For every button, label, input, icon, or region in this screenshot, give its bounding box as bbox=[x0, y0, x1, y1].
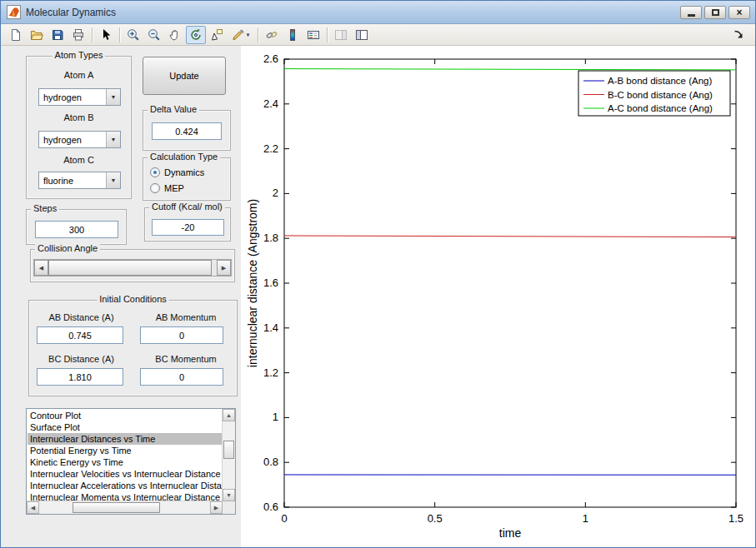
atom-types-group-title: Atom Types bbox=[53, 50, 106, 60]
open-file-icon[interactable] bbox=[27, 26, 47, 44]
steps-group-title: Steps bbox=[31, 203, 59, 213]
scroll-right-icon[interactable]: ▶ bbox=[210, 501, 223, 514]
slider-thumb[interactable] bbox=[48, 260, 212, 276]
list-item[interactable]: Internuclear Velocities vs Internuclear … bbox=[28, 468, 222, 480]
toolbar-separator bbox=[258, 27, 258, 42]
scroll-up-icon[interactable]: ▲ bbox=[223, 409, 235, 421]
steps-input[interactable] bbox=[35, 221, 118, 238]
plot-type-listbox[interactable]: Contour PlotSurface PlotInternuclear Dis… bbox=[26, 408, 236, 515]
ab-distance-label: AB Distance (A) bbox=[29, 312, 133, 322]
atom-c-dropdown[interactable]: fluorine ▼ bbox=[38, 172, 121, 189]
cutoff-input[interactable] bbox=[152, 219, 224, 236]
y-tick-label: 2.2 bbox=[263, 142, 278, 155]
delta-value-input[interactable] bbox=[152, 122, 222, 140]
window-title: Molecular Dynamics bbox=[26, 7, 116, 18]
list-item[interactable]: Internuclear Momenta vs Internuclear Dis… bbox=[28, 491, 222, 501]
y-tick-label: 2.6 bbox=[263, 52, 278, 65]
radio-mep-label: MEP bbox=[164, 183, 184, 193]
listbox-horizontal-scrollbar[interactable]: ◀ ▶ bbox=[27, 501, 223, 514]
plot-svg[interactable]: 00.511.50.60.811.21.41.61.822.22.42.6tim… bbox=[241, 46, 756, 548]
slider-right-arrow-icon[interactable]: ▶ bbox=[217, 260, 231, 276]
toolbar-separator bbox=[119, 27, 120, 42]
y-tick-label: 0.6 bbox=[263, 501, 278, 513]
insert-colorbar-icon[interactable] bbox=[283, 26, 303, 44]
minimize-button[interactable] bbox=[680, 6, 702, 19]
chevron-down-icon[interactable]: ▼ bbox=[106, 172, 120, 188]
insert-legend-icon[interactable] bbox=[303, 26, 323, 44]
save-figure-icon[interactable] bbox=[48, 26, 68, 44]
radio-dynamics[interactable]: Dynamics bbox=[150, 167, 204, 177]
axes-box[interactable] bbox=[284, 59, 736, 507]
radio-selected-icon bbox=[150, 167, 160, 177]
maximize-button[interactable] bbox=[704, 6, 726, 19]
y-tick-label: 2.4 bbox=[263, 97, 278, 110]
bc-distance-input[interactable] bbox=[37, 368, 123, 386]
chevron-down-icon[interactable]: ▼ bbox=[106, 89, 120, 105]
radio-unselected-icon bbox=[150, 183, 160, 193]
hide-plot-tools-icon[interactable] bbox=[331, 26, 351, 44]
chevron-down-icon[interactable]: ▼ bbox=[106, 132, 120, 147]
list-item[interactable]: Kinetic Energy vs Time bbox=[28, 456, 222, 468]
list-item[interactable]: Internuclear Distances vs Time bbox=[28, 433, 222, 445]
atom-a-value: hydrogen bbox=[43, 92, 82, 102]
y-tick-label: 1 bbox=[273, 411, 278, 423]
dock-figure-arrow-icon[interactable] bbox=[728, 26, 748, 44]
show-plot-tools-icon[interactable] bbox=[352, 26, 372, 44]
legend-entry-label: B-C bond distance (Ang) bbox=[608, 90, 713, 100]
atom-b-dropdown[interactable]: hydrogen ▼ bbox=[38, 131, 121, 148]
close-button[interactable]: × bbox=[728, 6, 750, 19]
brush-data-icon[interactable]: ▼ bbox=[228, 26, 254, 44]
edit-plot-pointer-icon[interactable] bbox=[96, 26, 116, 44]
steps-group: Steps bbox=[26, 209, 127, 245]
new-figure-icon[interactable] bbox=[6, 26, 26, 44]
list-item[interactable]: Contour Plot bbox=[28, 410, 222, 421]
update-button[interactable]: Update bbox=[143, 57, 226, 95]
x-tick-label: 1.5 bbox=[728, 512, 743, 525]
ab-distance-input[interactable] bbox=[37, 326, 123, 344]
y-tick-label: 1.6 bbox=[263, 276, 278, 289]
link-plot-icon[interactable] bbox=[262, 26, 282, 44]
x-axis-label: time bbox=[499, 526, 522, 540]
list-item[interactable]: Internuclear Accelerations vs Internucle… bbox=[28, 480, 222, 491]
matlab-figure-icon bbox=[7, 5, 21, 19]
legend-entry-label: A-B bond distance (Ang) bbox=[608, 76, 712, 86]
update-button-label: Update bbox=[169, 71, 198, 81]
print-figure-icon[interactable] bbox=[68, 26, 88, 44]
list-item[interactable]: Potential Energy vs Time bbox=[28, 445, 222, 456]
ab-momentum-label: AB Momentum bbox=[133, 312, 238, 322]
list-item[interactable]: Surface Plot bbox=[28, 421, 222, 433]
zoom-in-icon[interactable] bbox=[123, 26, 143, 44]
figure-canvas[interactable]: 00.511.50.60.811.21.41.61.822.22.42.6tim… bbox=[241, 46, 756, 548]
chevron-down-icon: ▼ bbox=[246, 32, 251, 37]
atom-c-value: fluorine bbox=[43, 176, 73, 186]
collision-angle-slider[interactable]: ◀ ▶ bbox=[33, 259, 232, 276]
pan-hand-icon[interactable] bbox=[165, 26, 185, 44]
bc-momentum-input[interactable] bbox=[140, 368, 223, 386]
slider-left-arrow-icon[interactable]: ◀ bbox=[34, 260, 48, 276]
ab-momentum-input[interactable] bbox=[140, 326, 223, 344]
plot-type-list: Contour PlotSurface PlotInternuclear Dis… bbox=[28, 410, 222, 501]
titlebar[interactable]: Molecular Dynamics × bbox=[1, 1, 755, 24]
scroll-down-icon[interactable]: ▼ bbox=[223, 489, 235, 501]
atom-a-dropdown[interactable]: hydrogen ▼ bbox=[38, 88, 121, 106]
radio-mep[interactable]: MEP bbox=[150, 183, 184, 193]
close-icon: × bbox=[736, 7, 742, 17]
y-tick-label: 1.2 bbox=[263, 366, 278, 379]
scroll-left-icon[interactable]: ◀ bbox=[27, 501, 39, 514]
listbox-vertical-scrollbar[interactable]: ▲ ▼ bbox=[222, 409, 235, 501]
rotate-3d-icon[interactable] bbox=[186, 26, 206, 44]
calculation-type-group: Calculation Type Dynamics MEP bbox=[143, 157, 231, 201]
zoom-out-icon[interactable] bbox=[144, 26, 164, 44]
bc-momentum-label: BC Momentum bbox=[133, 354, 238, 364]
x-tick-label: 1 bbox=[583, 512, 588, 525]
data-cursor-icon[interactable] bbox=[207, 26, 227, 44]
cutoff-group-title: Cutoff (Kcal/ mol) bbox=[149, 202, 225, 212]
x-tick-label: 0 bbox=[281, 512, 287, 525]
horizontal-scroll-thumb[interactable] bbox=[73, 502, 160, 513]
app-window: Molecular Dynamics × ▼ 00.511.50.60.811.… bbox=[0, 0, 756, 548]
figure-toolbar: ▼ bbox=[1, 24, 755, 46]
bc-distance-label: BC Distance (A) bbox=[29, 354, 133, 364]
atom-b-label: Atom B bbox=[27, 112, 131, 122]
vertical-scroll-thumb[interactable] bbox=[223, 441, 234, 459]
atom-b-value: hydrogen bbox=[43, 135, 82, 145]
